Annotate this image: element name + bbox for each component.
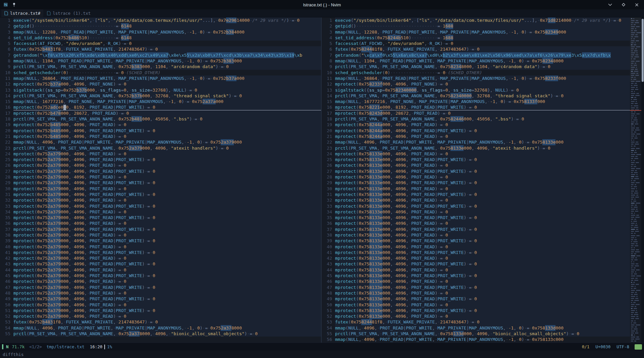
buffer-line[interactable]: 6futex(0x75824481f8,·FUTEX_WAKE_PRIVATE,… — [322, 46, 644, 52]
buffer-line[interactable]: 31mprotect(0x758133e000,·4096,·PROT_READ… — [322, 192, 644, 197]
buffer-line[interactable]: 33mprotect(0x758133e000,·4096,·PROT_READ… — [322, 203, 644, 209]
buffer-line[interactable]: 32mprotect(0x752a379000,·4096,·PROT_READ… — [0, 197, 321, 203]
buffer-line[interactable]: 37mprotect(0x752a379000,·4096,·PROT_READ… — [0, 226, 321, 232]
buffer-line[interactable]: 2getpid()·······························… — [0, 23, 321, 29]
buffer-line[interactable]: 51mprotect(0x758133e000,·4096,·PROT_READ… — [322, 308, 644, 313]
buffer-line[interactable]: 16mprotect(0x752adce000,·8192,·PROT_READ… — [0, 104, 321, 110]
buffer-line[interactable]: 55prctl(PR_SET_VMA,·PR_SET_VMA_ANON_NAME… — [0, 331, 321, 337]
editor-pane-right[interactable]: 1execve("/system/bin/linker64",·["ls",·"… — [322, 17, 644, 343]
buffer-line[interactable]: 29mprotect(0x752a379000,·4096,·PROT_READ… — [0, 180, 321, 186]
buffer-line[interactable]: 39mprotect(0x758133e000,·4096,·PROT_READ… — [322, 238, 644, 244]
buffer-line[interactable]: 16mprotect(0x758221e000,·8192,·PROT_READ… — [322, 104, 644, 110]
buffer-line[interactable]: 30mprotect(0x758133e000,·4096,·PROT_READ… — [322, 186, 644, 192]
buffer-line[interactable]: 1execve("/system/bin/linker64",·["ls",·"… — [0, 17, 321, 23]
buffer-line[interactable]: 48mprotect(0x758133e000,·4096,·PROT_READ… — [322, 290, 644, 296]
buffer-line[interactable]: 12mprotect(0x758233f000,·4096,·PROT_NONE… — [322, 81, 644, 87]
minimap[interactable] — [630, 17, 641, 343]
buffer-line[interactable]: 47mprotect(0x758133e000,·4096,·PROT_READ… — [322, 285, 644, 290]
buffer-line[interactable]: 42mprotect(0x758133e000,·4096,·PROT_READ… — [322, 255, 644, 261]
buffer-line[interactable]: 6futex(0x752b4831f8,·FUTEX_WAKE_PRIVATE,… — [0, 46, 321, 52]
buffer-line[interactable]: 20mprotect(0x752b485000,·4096,·PROT_READ… — [0, 128, 321, 134]
buffer-line[interactable]: 25mprotect(0x752a379000,·4096,·PROT_READ… — [0, 157, 321, 162]
buffer-line[interactable]: 28mprotect(0x752a379000,·4096,·PROT_READ… — [0, 174, 321, 180]
buffer-line[interactable]: 4set_tid_address(0x752b486510)··········… — [0, 35, 321, 41]
buffer-line[interactable]: 35mprotect(0x758133e000,·4096,·PROT_READ… — [322, 215, 644, 220]
buffer-line[interactable]: 3mmap(NULL,·12288,·PROT_READ|PROT_WRITE,… — [322, 29, 644, 35]
buffer-line[interactable]: 18prctl(PR_SET_VMA,·PR_SET_VMA_ANON_NAME… — [0, 116, 321, 122]
buffer-line[interactable]: 26mprotect(0x758133e000,·4096,·PROT_READ… — [322, 162, 644, 168]
buffer-line[interactable]: 11mmap(NULL,·36864,·PROT_READ|PROT_WRITE… — [322, 75, 644, 81]
buffer-line[interactable]: 38mprotect(0x758133e000,·4096,·PROT_READ… — [322, 232, 644, 238]
buffer-line[interactable]: 49mprotect(0x758133e000,·4096,·PROT_READ… — [322, 296, 644, 302]
buffer-line[interactable]: 30mprotect(0x752a379000,·4096,·PROT_READ… — [0, 186, 321, 192]
buffer-line[interactable]: 25mprotect(0x758133e000,·4096,·PROT_READ… — [322, 157, 644, 162]
buffer-line[interactable]: 14prctl(PR_SET_VMA,·PR_SET_VMA_ANON_NAME… — [0, 93, 321, 99]
buffer-line[interactable]: 44mprotect(0x758133e000,·4096,·PROT_READ… — [322, 267, 644, 273]
buffer-line[interactable]: 27mprotect(0x758133e000,·4096,·PROT_READ… — [322, 168, 644, 174]
buffer-line[interactable]: 27mprotect(0x752a379000,·4096,·PROT_READ… — [0, 168, 321, 174]
buffer-line[interactable]: 47mprotect(0x752a379000,·4096,·PROT_READ… — [0, 285, 321, 290]
buffer-line[interactable]: 17mprotect(0x758243d000,·28672,·PROT_REA… — [322, 110, 644, 116]
editor-pane-left[interactable]: 1execve("/system/bin/linker64",·["ls",·"… — [0, 17, 321, 343]
buffer-line[interactable]: 13sigaltstack({ss_sp=0x752b37b000,·ss_fl… — [0, 87, 321, 93]
buffer-line[interactable]: 33mprotect(0x752a379000,·4096,·PROT_READ… — [0, 203, 321, 209]
buffer-line[interactable]: 4set_tid_address(0x758244b510)··········… — [322, 35, 644, 41]
buffer-line[interactable]: 43mprotect(0x758133e000,·4096,·PROT_READ… — [322, 261, 644, 267]
buffer-line[interactable]: 36mprotect(0x752a379000,·4096,·PROT_READ… — [0, 220, 321, 226]
buffer-line[interactable]: 51mprotect(0x752a379000,·4096,·PROT_READ… — [0, 308, 321, 313]
buffer-line[interactable]: 43mprotect(0x752a379000,·4096,·PROT_READ… — [0, 261, 321, 267]
scrollbar-thumb[interactable] — [642, 19, 644, 82]
buffer-line[interactable]: 31mprotect(0x752a379000,·4096,·PROT_READ… — [0, 192, 321, 197]
buffer-line[interactable]: 14prctl(PR_SET_VMA,·PR_SET_VMA_ANON_NAME… — [322, 93, 644, 99]
buffer-line[interactable]: 8mmap(NULL,·1104,·PROT_READ|PROT_WRITE,·… — [322, 58, 644, 64]
buffer-line[interactable]: 7getrandom("\xca\xf0\x55\x6a\x8c\xa7\xd0… — [322, 52, 644, 58]
buffer-line[interactable]: 32mprotect(0x758133e000,·4096,·PROT_READ… — [322, 197, 644, 203]
maximize-icon[interactable] — [622, 3, 626, 7]
buffer-line[interactable]: 39mprotect(0x752a379000,·4096,·PROT_READ… — [0, 238, 321, 244]
tab-lstrace-1-txt[interactable]: lstrace (1).txt — [44, 9, 94, 17]
buffer-line[interactable]: 46mprotect(0x758133e000,·4096,·PROT_READ… — [322, 278, 644, 284]
buffer-line[interactable]: 56mmap(NULL,·4096,·PROT_READ|PROT_WRITE,… — [322, 337, 644, 342]
buffer-line[interactable]: 13sigaltstack({ss_sp=0x7582340000,·ss_fl… — [322, 87, 644, 93]
buffer-line[interactable]: 11mmap(NULL,·36864,·PROT_READ|PROT_WRITE… — [0, 75, 321, 81]
buffer-line[interactable]: 9prctl(PR_SET_VMA,·PR_SET_VMA_ANON_NAME,… — [322, 64, 644, 69]
buffer-line[interactable]: 22mmap(NULL,·4096,·PROT_READ|PROT_WRITE,… — [0, 139, 321, 145]
buffer-line[interactable]: 50mprotect(0x752a379000,·4096,·PROT_READ… — [0, 302, 321, 308]
buffer-line[interactable]: 37mprotect(0x758133e000,·4096,·PROT_READ… — [322, 226, 644, 232]
buffer-line[interactable]: 40mprotect(0x758133e000,·4096,·PROT_READ… — [322, 244, 644, 250]
buffer-line[interactable]: 10sched_getscheduler(0)·················… — [322, 70, 644, 75]
buffer-line[interactable]: 19mprotect(0x752b485000,·4096,·PROT_READ… — [0, 122, 321, 127]
buffer-line[interactable]: 54mmap(NULL,·4096,·PROT_READ|PROT_WRITE,… — [322, 325, 644, 331]
buffer-line[interactable]: 26mprotect(0x752a379000,·4096,·PROT_READ… — [0, 162, 321, 168]
titlebar[interactable]: lstrace.txt (.) - Nvim — [0, 0, 644, 9]
buffer-line[interactable]: 55prctl(PR_SET_VMA,·PR_SET_VMA_ANON_NAME… — [322, 331, 644, 337]
buffer-line[interactable]: 18prctl(PR_SET_VMA,·PR_SET_VMA_ANON_NAME… — [322, 116, 644, 122]
buffer-line[interactable]: 36mprotect(0x758133e000,·4096,·PROT_READ… — [322, 220, 644, 226]
buffer-line[interactable]: 17mprotect(0x752b478000,·28672,·PROT_REA… — [0, 110, 321, 116]
buffer-line[interactable]: 9prctl(PR_SET_VMA,·PR_SET_VMA_ANON_NAME,… — [0, 64, 321, 69]
minimize-icon[interactable] — [608, 3, 612, 6]
buffer-line[interactable]: 12mprotect(0x752b37a000,·4096,·PROT_NONE… — [0, 81, 321, 87]
buffer-line[interactable]: 46mprotect(0x752a379000,·4096,·PROT_READ… — [0, 278, 321, 284]
buffer-line[interactable]: 45mprotect(0x752a379000,·4096,·PROT_READ… — [0, 273, 321, 278]
scrollbar[interactable] — [641, 17, 644, 343]
buffer-line[interactable]: 29mprotect(0x758133e000,·4096,·PROT_READ… — [322, 180, 644, 186]
buffer-line[interactable]: 35mprotect(0x752a379000,·4096,·PROT_READ… — [0, 215, 321, 220]
buffer-line[interactable]: 22mmap(NULL,·4096,·PROT_READ|PROT_WRITE,… — [322, 139, 644, 145]
buffer-line[interactable]: 52mprotect(0x758133e000,·4096,·PROT_READ… — [322, 313, 644, 319]
buffer-line[interactable]: 53futex(0x75824481f8,·FUTEX_WAKE_PRIVATE… — [322, 319, 644, 325]
buffer-line[interactable]: 42mprotect(0x752a379000,·4096,·PROT_READ… — [0, 255, 321, 261]
buffer-line[interactable]: 24mprotect(0x758133e000,·4096,·PROT_READ… — [322, 151, 644, 157]
buffer-line[interactable]: 41mprotect(0x758133e000,·4096,·PROT_READ… — [322, 250, 644, 255]
buffer-line[interactable]: 54mmap(NULL,·4096,·PROT_READ|PROT_WRITE,… — [0, 325, 321, 331]
buffer-line[interactable]: 28mprotect(0x758133e000,·4096,·PROT_READ… — [322, 174, 644, 180]
buffer-line[interactable]: 10sched_getscheduler(0)·················… — [0, 70, 321, 75]
buffer-line[interactable]: 7getrandom("\xf8\x75\x20\xf5\xde\xdb\x40… — [0, 52, 321, 58]
buffer-line[interactable]: 40mprotect(0x752a379000,·4096,·PROT_READ… — [0, 244, 321, 250]
buffer-line[interactable]: 3mmap(NULL,·12288,·PROT_READ|PROT_WRITE,… — [0, 29, 321, 35]
command-line[interactable]: diffthis — [0, 351, 644, 358]
buffer-line[interactable]: 49mprotect(0x752a379000,·4096,·PROT_READ… — [0, 296, 321, 302]
tab-lstrace-txt[interactable]: lstrace.txt# — [1, 9, 43, 17]
buffer-line[interactable]: 45mprotect(0x758133e000,·4096,·PROT_READ… — [322, 273, 644, 278]
buffer-line[interactable]: 19mprotect(0x758244a000,·4096,·PROT_READ… — [322, 122, 644, 127]
